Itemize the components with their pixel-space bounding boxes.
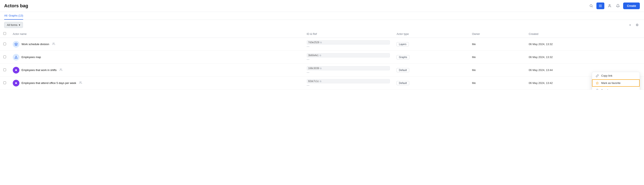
- svg-point-7: [53, 43, 54, 44]
- copy-link-icon: [596, 74, 599, 77]
- svg-point-15: [80, 82, 81, 83]
- col-actor-name: Actor name: [10, 30, 304, 38]
- menu-item-details[interactable]: Details: [592, 87, 640, 90]
- actor-name-label: Employees map: [22, 56, 41, 59]
- actor-name-cell: ●Employees that work in shifts: [10, 64, 304, 77]
- menu-button[interactable]: [596, 2, 604, 9]
- select-all-header[interactable]: [0, 30, 10, 38]
- owner-cell: Me: [469, 51, 526, 64]
- col-created: Created: [526, 30, 644, 38]
- actor-name-label: Employees that attend office 5 days per …: [22, 82, 76, 84]
- actor-type-cell: Default: [393, 77, 468, 90]
- actors-table: Actor name ID & Ref Actor type Owner Cre…: [0, 30, 644, 90]
- page-header: Actors bag Create: [0, 0, 644, 12]
- add-icon-btn[interactable]: +: [628, 22, 632, 28]
- menu-item-mark-favorite[interactable]: Mark as favorite: [592, 79, 640, 87]
- settings-icon-btn[interactable]: ⚙: [634, 22, 640, 28]
- select-all-checkbox[interactable]: [3, 32, 6, 35]
- actor-type-cell: Default: [393, 64, 468, 77]
- type-badge: Graphs: [396, 55, 409, 59]
- all-forms-dropdown[interactable]: All forms ▾: [4, 22, 23, 28]
- ref-dash: —: [307, 45, 390, 48]
- created-cell: 06 May 2024, 13:32: [526, 51, 644, 64]
- actor-name-cell: Work schedule division: [10, 38, 304, 51]
- context-menu: Copy linkMark as favoriteDetailsShare wi…: [592, 72, 640, 90]
- table-row: Work schedule division7d3e2528⧉—LayersMe…: [0, 38, 644, 51]
- row-checkbox-cell: [0, 38, 10, 51]
- type-badge: Default: [396, 81, 409, 85]
- svg-point-17: [596, 89, 598, 90]
- ref-dash: —: [307, 58, 390, 61]
- row-checkbox-cell: [0, 77, 10, 90]
- toolbar-right: + ⚙: [628, 22, 640, 28]
- row-checkbox-cell: [0, 64, 10, 77]
- actor-avatar: [13, 54, 20, 60]
- menu-item-mark-favorite-label: Mark as favorite: [601, 82, 620, 84]
- col-id-ref: ID & Ref: [304, 30, 393, 38]
- person-icon-btn[interactable]: [606, 3, 613, 9]
- actor-avatar: ●: [13, 67, 20, 74]
- shared-icon: [60, 68, 62, 72]
- ref-dash: —: [307, 84, 390, 87]
- id-ref-cell: 7d3e2528⧉—: [304, 38, 393, 51]
- owner-cell: Me: [469, 77, 526, 90]
- svg-point-8: [16, 56, 16, 56]
- id-badge: 168c3039⧉: [307, 66, 390, 70]
- page-title: Actors bag: [4, 3, 28, 8]
- tabs-bar: All: Graphs (13): [0, 12, 644, 20]
- table-row: ●Employees that attend office 5 days per…: [0, 77, 644, 90]
- create-button[interactable]: Create: [623, 2, 640, 9]
- table-row: Employees map3b60efe1⧉—GraphsMe06 May 20…: [0, 51, 644, 64]
- id-badge: 7d3e2528⧉: [307, 40, 390, 44]
- toolbar: All forms ▾ + ⚙: [0, 20, 644, 30]
- mark-favorite-icon: [596, 82, 599, 84]
- actor-type-cell: Graphs: [393, 51, 468, 64]
- id-ref-cell: 168c3039⧉—: [304, 64, 393, 77]
- row-checkbox-cell: [0, 51, 10, 64]
- header-left: Actors bag: [4, 3, 28, 8]
- bell-icon-btn[interactable]: [615, 3, 621, 9]
- row-checkbox[interactable]: [3, 56, 6, 58]
- actor-name-label: Work schedule division: [22, 42, 49, 46]
- owner-cell: Me: [469, 38, 526, 51]
- copy-id-icon[interactable]: ⧉: [320, 80, 321, 83]
- id-badge: 92dc7c1c⧉: [307, 79, 390, 83]
- svg-marker-16: [596, 82, 598, 84]
- id-ref-cell: 92dc7c1c⧉—: [304, 77, 393, 90]
- menu-item-details-label: Details: [601, 89, 610, 90]
- header-right: Create: [588, 2, 640, 9]
- copy-id-icon[interactable]: ⧉: [320, 54, 321, 57]
- copy-id-icon[interactable]: ⧉: [320, 41, 322, 44]
- actor-name-label: Employees that work in shifts: [22, 68, 56, 72]
- table-row: ●Employees that work in shifts168c3039⧉—…: [0, 64, 644, 77]
- copy-id-icon[interactable]: ⧉: [320, 67, 322, 70]
- svg-line-12: [16, 56, 17, 58]
- type-badge: Default: [396, 68, 409, 72]
- col-actor-type: Actor type: [393, 30, 468, 38]
- ref-dash: —: [307, 71, 390, 74]
- tab-all-graphs[interactable]: All: Graphs (13): [4, 12, 23, 20]
- svg-point-14: [60, 69, 61, 70]
- id-badge: 3b60efe1⧉: [307, 53, 390, 58]
- row-checkbox[interactable]: [3, 68, 6, 71]
- created-cell: 06 May 2024, 13:32: [526, 38, 644, 51]
- details-icon: [596, 89, 599, 90]
- actor-avatar: ●: [13, 80, 20, 86]
- owner-cell: Me: [469, 64, 526, 77]
- search-button[interactable]: [588, 3, 594, 9]
- table-header-row: Actor name ID & Ref Actor type Owner Cre…: [0, 30, 644, 38]
- actor-type-cell: Layers: [393, 38, 468, 51]
- main-content: Actor name ID & Ref Actor type Owner Cre…: [0, 30, 644, 90]
- shared-icon: [52, 42, 55, 46]
- actor-avatar: [13, 41, 20, 48]
- id-ref-cell: 3b60efe1⧉—: [304, 51, 393, 64]
- chevron-down-icon: ▾: [19, 24, 20, 26]
- svg-marker-6: [14, 43, 17, 44]
- row-checkbox[interactable]: [3, 82, 6, 84]
- actor-name-cell: ●Employees that attend office 5 days per…: [10, 77, 304, 90]
- row-checkbox[interactable]: [3, 42, 6, 45]
- svg-line-1: [592, 6, 593, 7]
- actor-name-cell: Employees map: [10, 51, 304, 64]
- menu-item-copy-link[interactable]: Copy link: [592, 72, 640, 79]
- type-badge: Layers: [396, 42, 408, 46]
